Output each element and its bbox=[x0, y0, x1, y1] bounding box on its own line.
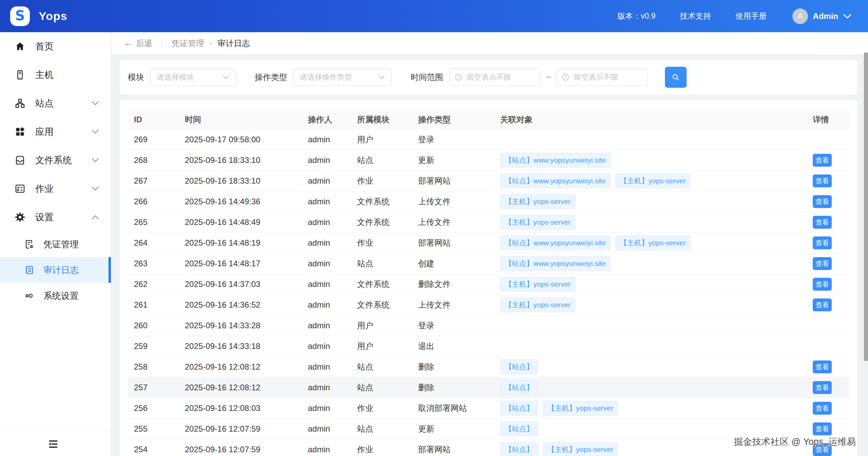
search-button[interactable] bbox=[665, 67, 687, 88]
view-detail-button[interactable]: 查看 bbox=[813, 381, 832, 394]
cell-action: 删除文件 bbox=[412, 279, 494, 290]
avatar-letter: A bbox=[797, 12, 803, 21]
back-label: 后退 bbox=[136, 38, 152, 49]
cell-related-objects: 【站点】【主机】yops-server bbox=[494, 401, 807, 416]
cell-detail: 查看 bbox=[807, 174, 849, 187]
sidebar: 首页 主机 站点 应用 文件系统 作业 bbox=[0, 32, 111, 456]
cell-time: 2025-09-16 14:36:52 bbox=[179, 300, 302, 310]
sidebar-item-hosts[interactable]: 主机 bbox=[0, 61, 111, 89]
tasks-icon bbox=[14, 183, 26, 194]
view-detail-button[interactable]: 查看 bbox=[813, 174, 832, 187]
table-body: 2692025-09-17 09:58:00admin用户登录2682025-0… bbox=[128, 129, 849, 456]
cell-time: 2025-09-16 14:49:36 bbox=[179, 197, 302, 206]
time-end-input[interactable]: 留空表示不限 bbox=[556, 68, 648, 86]
related-object-tag: 【主机】yops-server bbox=[500, 194, 575, 209]
cell-detail: 查看 bbox=[807, 298, 849, 311]
credentials-icon bbox=[24, 239, 35, 250]
view-detail-button[interactable]: 查看 bbox=[813, 360, 832, 373]
chevron-down-icon bbox=[91, 158, 99, 163]
collapse-sidebar-icon[interactable] bbox=[47, 439, 59, 449]
clock-icon bbox=[454, 73, 462, 81]
table-row: 2692025-09-17 09:58:00admin用户登录 bbox=[128, 129, 849, 150]
view-detail-button[interactable]: 查看 bbox=[813, 195, 832, 208]
user-manual-link[interactable]: 使用手册 bbox=[735, 11, 767, 21]
cell-id: 262 bbox=[128, 279, 179, 289]
cell-module: 站点 bbox=[351, 423, 412, 434]
table-row: 2572025-09-16 12:08:12admin站点删除【站点】查看 bbox=[128, 377, 849, 398]
optype-filter-label: 操作类型 bbox=[255, 72, 287, 83]
cell-operator: admin bbox=[302, 197, 351, 206]
filter-bar: 模块 请选择模块 操作类型 请选择操作类型 时间范围 留空表示不限 ~ 留空表示… bbox=[120, 60, 857, 95]
module-select[interactable]: 请选择模块 bbox=[150, 68, 236, 86]
avatar[interactable]: A bbox=[792, 8, 808, 24]
related-object-tag: 【站点】www.yopsyunweiyi.site bbox=[500, 173, 611, 188]
cell-module: 文件系统 bbox=[351, 279, 412, 290]
view-detail-button[interactable]: 查看 bbox=[813, 257, 832, 270]
cell-related-objects: 【站点】www.yopsyunweiyi.site【主机】yops-server bbox=[494, 173, 807, 188]
view-detail-button[interactable]: 查看 bbox=[813, 443, 832, 456]
username-label[interactable]: Admin bbox=[813, 12, 838, 21]
scrollbar-thumb[interactable] bbox=[864, 53, 868, 361]
cell-operator: admin bbox=[302, 445, 351, 454]
cell-detail: 查看 bbox=[807, 257, 849, 270]
cell-action: 退出 bbox=[412, 341, 494, 352]
cell-time: 2025-09-17 09:58:00 bbox=[179, 135, 302, 144]
back-button[interactable]: ← 后退 bbox=[124, 38, 152, 49]
chevron-down-icon[interactable] bbox=[843, 13, 852, 19]
sidebar-subitem-credentials[interactable]: 凭证管理 bbox=[0, 231, 111, 257]
cell-module: 用户 bbox=[351, 320, 412, 331]
cell-id: 254 bbox=[128, 445, 179, 454]
cell-related-objects: 【站点】www.yopsyunweiyi.site bbox=[494, 153, 807, 168]
cell-action: 删除 bbox=[412, 382, 494, 393]
sidebar-item-home[interactable]: 首页 bbox=[0, 32, 111, 61]
cell-action: 删除 bbox=[412, 361, 494, 372]
sidebar-item-sites[interactable]: 站点 bbox=[0, 89, 111, 118]
view-detail-button[interactable]: 查看 bbox=[813, 402, 832, 415]
optype-select[interactable]: 请选择操作类型 bbox=[293, 68, 392, 86]
cell-id: 259 bbox=[128, 341, 179, 351]
cell-module: 文件系统 bbox=[351, 217, 412, 228]
cell-id: 257 bbox=[128, 383, 179, 392]
cell-time: 2025-09-16 12:07:59 bbox=[179, 424, 302, 434]
view-detail-button[interactable]: 查看 bbox=[813, 236, 832, 249]
sidebar-item-settings[interactable]: 设置 bbox=[0, 203, 111, 231]
view-detail-button[interactable]: 查看 bbox=[813, 422, 832, 435]
sidebar-item-filesystem[interactable]: 文件系统 bbox=[0, 146, 111, 174]
cell-related-objects: 【站点】 bbox=[494, 380, 807, 395]
view-detail-button[interactable]: 查看 bbox=[813, 216, 832, 229]
cell-id: 269 bbox=[128, 135, 179, 144]
cell-module: 文件系统 bbox=[351, 299, 412, 310]
cell-time: 2025-09-16 12:08:12 bbox=[179, 383, 302, 392]
cell-operator: admin bbox=[302, 300, 351, 310]
top-header: S Yops 版本：v0.9 技术支持 使用手册 A Admin bbox=[0, 0, 868, 32]
version-label: 版本：v0.9 bbox=[617, 11, 655, 21]
cell-operator: admin bbox=[302, 362, 351, 372]
cell-operator: admin bbox=[302, 403, 351, 413]
cell-operator: admin bbox=[302, 383, 351, 392]
sidebar-item-apps[interactable]: 应用 bbox=[0, 118, 111, 146]
related-object-tag: 【站点】 bbox=[500, 359, 538, 374]
sidebar-item-label: 首页 bbox=[35, 40, 54, 53]
breadcrumb-divider bbox=[162, 39, 162, 48]
table-row: 2672025-09-16 18:33:10admin作业部署网站【站点】www… bbox=[128, 171, 849, 191]
breadcrumb: ← 后退 凭证管理 › 审计日志 bbox=[112, 32, 868, 55]
optype-select-placeholder: 请选择操作类型 bbox=[300, 72, 352, 82]
cell-time: 2025-09-16 14:37:03 bbox=[179, 279, 302, 289]
tech-support-link[interactable]: 技术支持 bbox=[680, 11, 711, 21]
cell-id: 265 bbox=[128, 217, 179, 227]
table-row: 2542025-09-16 12:07:59admin作业部署网站【站点】【主机… bbox=[128, 439, 849, 456]
view-detail-button[interactable]: 查看 bbox=[813, 298, 832, 311]
cell-operator: admin bbox=[302, 238, 351, 248]
sidebar-item-jobs[interactable]: 作业 bbox=[0, 174, 111, 203]
sitemap-icon bbox=[14, 98, 26, 109]
cell-module: 站点 bbox=[351, 155, 412, 166]
sidebar-subitem-system-settings[interactable]: 系统设置 bbox=[0, 283, 111, 309]
sidebar-subitem-audit-log[interactable]: 审计日志 bbox=[0, 257, 111, 283]
filesystem-icon bbox=[14, 154, 26, 166]
time-start-input[interactable]: 留空表示不限 bbox=[449, 68, 541, 86]
cell-id: 263 bbox=[128, 259, 179, 268]
view-detail-button[interactable]: 查看 bbox=[813, 154, 832, 167]
related-object-tag: 【主机】yops-server bbox=[543, 442, 618, 456]
view-detail-button[interactable]: 查看 bbox=[813, 278, 832, 291]
breadcrumb-parent[interactable]: 凭证管理 bbox=[172, 38, 204, 49]
